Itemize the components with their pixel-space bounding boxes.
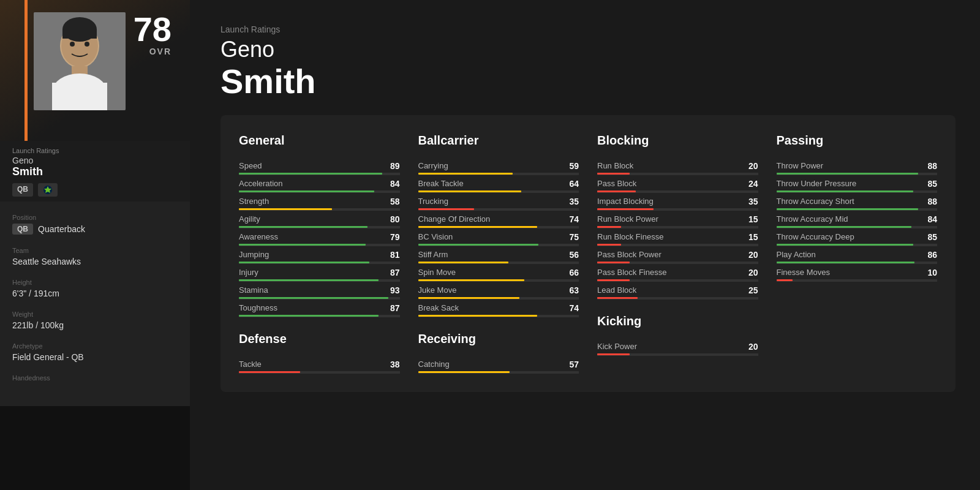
- stat-value: 87: [383, 303, 400, 313]
- right-main: Launch Ratings Geno Smith General Speed8…: [190, 0, 980, 490]
- stat-row: Break Tackle64: [418, 175, 579, 193]
- stat-bar: [239, 208, 332, 210]
- stat-name: Run Block Power: [597, 214, 741, 224]
- stat-value: 56: [562, 250, 579, 260]
- stat-bar-container: [597, 244, 758, 246]
- seahawks-icon: [43, 185, 53, 195]
- stat-value: 84: [920, 214, 937, 224]
- stat-name: Break Sack: [418, 303, 562, 312]
- stat-name: Throw Accuracy Short: [777, 197, 921, 206]
- stat-row: Pass Block Power20: [597, 246, 758, 264]
- handedness-label: Handedness: [12, 374, 178, 382]
- stat-bar-container: [777, 244, 938, 246]
- stat-value: 75: [562, 232, 579, 242]
- position-label: Position: [12, 214, 178, 221]
- card-first-name: Geno: [12, 156, 178, 165]
- passing-title: Passing: [777, 134, 938, 148]
- stat-name: Stiff Arm: [418, 250, 562, 259]
- stat-bar: [239, 297, 388, 299]
- blocking-title: Blocking: [597, 134, 758, 148]
- stat-bar-container: [418, 244, 579, 246]
- stat-bar: [418, 297, 519, 299]
- stat-row: Throw Accuracy Short88: [777, 193, 938, 211]
- stat-bar-container: [597, 353, 758, 355]
- stat-value: 58: [383, 197, 400, 206]
- stat-bar-container: [239, 226, 400, 228]
- stat-bar-container: [597, 279, 758, 281]
- stat-bar-container: [239, 173, 400, 175]
- stat-bar-container: [418, 262, 579, 263]
- stat-row: Awareness79: [239, 228, 400, 246]
- stat-row: Toughness87: [239, 300, 400, 317]
- stat-bar-container: [418, 371, 579, 373]
- stat-name: Pass Block: [597, 179, 741, 188]
- stat-value: 87: [383, 268, 400, 277]
- stat-name: Speed: [239, 161, 383, 170]
- card-launch-label: Launch Ratings: [12, 147, 178, 154]
- stat-name: Carrying: [418, 161, 562, 170]
- stat-bar-container: [777, 190, 938, 192]
- stat-bar: [239, 315, 379, 317]
- stat-name: Change Of Direction: [418, 214, 562, 224]
- stat-name: Toughness: [239, 303, 383, 312]
- stat-row: Tackle38: [239, 356, 400, 374]
- stat-name: Run Block: [597, 161, 741, 170]
- stat-value: 35: [741, 197, 758, 206]
- stat-row: Acceleration84: [239, 175, 400, 193]
- stat-row: Impact Blocking35: [597, 193, 758, 211]
- blocking-category: Blocking Run Block20Pass Block24Impact B…: [597, 134, 758, 300]
- stat-name: Lead Block: [597, 285, 741, 295]
- stat-value: 20: [741, 161, 758, 171]
- stat-bar-container: [239, 190, 400, 192]
- kicking-category: Kicking Kick Power20: [597, 314, 758, 356]
- stat-value: 35: [562, 197, 579, 206]
- stat-name: Throw Accuracy Deep: [777, 232, 921, 241]
- stat-name: Throw Accuracy Mid: [777, 214, 921, 224]
- stat-bar-container: [418, 173, 579, 175]
- stat-value: 59: [562, 161, 579, 171]
- stat-bar-container: [418, 190, 579, 192]
- stat-bar: [597, 173, 630, 175]
- stat-value: 84: [383, 179, 400, 189]
- ballcarrier-category: Ballcarrier Carrying59Break Tackle64Truc…: [418, 134, 579, 317]
- stat-name: Spin Move: [418, 268, 562, 277]
- stat-row: Throw Power88: [777, 157, 938, 175]
- stat-bar-container: [239, 279, 400, 281]
- stat-bar-container: [777, 226, 938, 228]
- stat-bar: [597, 190, 636, 192]
- archetype-label: Archetype: [12, 342, 178, 350]
- stat-value: 66: [562, 268, 579, 277]
- stat-bar-container: [777, 262, 938, 263]
- stat-row: Lead Block25: [597, 282, 758, 300]
- stat-name: Pass Block Power: [597, 250, 741, 259]
- stat-name: Break Tackle: [418, 179, 562, 188]
- stat-bar: [777, 190, 913, 192]
- card-last-name: Smith: [12, 165, 178, 178]
- height-group: Height 6'3" / 191cm: [12, 279, 178, 298]
- stat-name: Injury: [239, 268, 383, 277]
- stat-bar: [239, 190, 374, 192]
- stat-bar-container: [777, 279, 938, 281]
- stat-bar-container: [597, 190, 758, 192]
- stats-container: General Speed89Acceleration84Strength58A…: [221, 115, 956, 392]
- team-value: Seattle Seahawks: [12, 257, 178, 266]
- stat-row: Jumping81: [239, 246, 400, 264]
- launch-ratings-label: Launch Ratings: [221, 24, 956, 34]
- stat-row: Change Of Direction74: [418, 211, 579, 228]
- archetype-value: Field General - QB: [12, 352, 178, 362]
- passing-column: Passing Throw Power88Throw Under Pressur…: [777, 134, 938, 374]
- stat-row: Throw Under Pressure85: [777, 175, 938, 193]
- receiving-title: Receiving: [418, 332, 579, 346]
- stat-bar: [777, 226, 912, 228]
- stat-bar-container: [597, 208, 758, 210]
- stat-row: Kick Power20: [597, 338, 758, 356]
- team-logo-tag: [38, 183, 58, 197]
- stat-name: Impact Blocking: [597, 197, 741, 206]
- stat-bar: [597, 297, 638, 299]
- stat-bar: [418, 279, 524, 281]
- team-label: Team: [12, 247, 178, 254]
- stat-value: 86: [920, 250, 937, 260]
- orange-accent-bar: [24, 0, 28, 141]
- stat-bar-container: [597, 173, 758, 175]
- stat-value: 88: [920, 161, 937, 171]
